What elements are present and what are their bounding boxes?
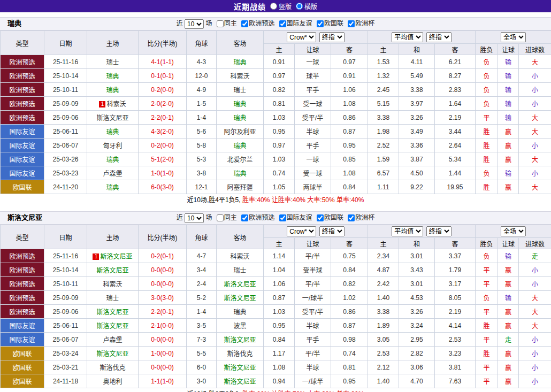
bookmaker-select[interactable]: Crow* xyxy=(287,32,316,42)
home-team-name: 瑞典 xyxy=(106,156,119,164)
match-row: 欧国联 24-11-20 瑞典 6-0(3-0) 12-1 阿塞拜疆 1.05 … xyxy=(1,180,551,194)
summary-record: 近10场,胜4平1负5, xyxy=(187,196,241,204)
avg-draw-odds: 3.01 xyxy=(399,277,435,291)
competition-toggle-friendly[interactable]: 国际友谊 xyxy=(277,20,312,27)
avg-away-odds: 3.81 xyxy=(435,360,476,374)
home-team-name: 斯洛文尼亚 xyxy=(96,114,128,122)
avg-home-odds: 2.45 xyxy=(368,83,399,97)
horizontal-radio[interactable] xyxy=(296,3,303,10)
same-home-toggle[interactable]: 同主 xyxy=(214,20,237,27)
full-match-select[interactable]: 全场 xyxy=(501,226,526,236)
average-select[interactable]: 平均值 xyxy=(392,32,423,42)
summary-line: 近10场,胜4平1负5, 胜率:40% 让胜率:40% 大率:50% 单率:40… xyxy=(0,194,551,206)
home-team-cell: 斯洛文尼亚 xyxy=(87,263,139,277)
eurocup-checkbox[interactable] xyxy=(348,214,355,221)
competition-type-badge: 国际友谊 xyxy=(1,319,44,333)
recent-count-select[interactable]: 10 xyxy=(185,19,204,29)
recent-label: 近 xyxy=(177,20,183,27)
competition-toggle-nations[interactable]: 欧国联 xyxy=(314,214,343,221)
col-away: 客场 xyxy=(217,31,264,55)
book-stage-select[interactable]: 终指 xyxy=(319,32,345,42)
match-date: 25-06-11 xyxy=(44,125,87,139)
result-goals: 小 xyxy=(519,333,551,347)
nations-checkbox[interactable] xyxy=(317,20,324,27)
result-goals: 小 xyxy=(519,83,551,97)
book-home-odds: 0.97 xyxy=(264,69,295,83)
competition-type-badge: 欧洲预选 xyxy=(1,97,44,111)
home-team-cell: 奥地利 xyxy=(87,374,139,388)
eurocup-checkbox[interactable] xyxy=(348,20,355,27)
away-team-cell: 斯洛文尼亚 xyxy=(217,360,264,374)
book-handicap-line: 一球 xyxy=(295,55,331,69)
friendly-label: 国际友谊 xyxy=(287,214,312,221)
result-handicap: 赢 xyxy=(498,277,519,291)
avg-home-odds: 1.98 xyxy=(368,125,399,139)
average-select[interactable]: 平均值 xyxy=(392,226,423,236)
recent-count-select[interactable]: 10 xyxy=(185,213,204,223)
bookmaker-select[interactable]: Crow* xyxy=(287,226,316,236)
home-team-name: 奥地利 xyxy=(103,378,122,386)
match-date: 24-11-18 xyxy=(44,374,87,388)
full-match-select[interactable]: 全场 xyxy=(501,32,526,42)
match-date: 25-06-07 xyxy=(44,139,87,152)
competition-toggle-nations[interactable]: 欧国联 xyxy=(314,20,343,27)
same-home-toggle[interactable]: 同主 xyxy=(214,214,237,221)
competition-type-badge: 欧洲预选 xyxy=(1,55,44,69)
eurocup-label: 欧洲杯 xyxy=(355,214,374,221)
result-outcome: 负 xyxy=(476,69,498,83)
avg-away-odds: 7.63 xyxy=(435,374,476,388)
result-outcome: 平 xyxy=(476,263,498,277)
corner-score: 2-4 xyxy=(187,277,217,291)
competition-toggle-euro-qual[interactable]: 欧洲预选 xyxy=(239,214,274,221)
same-home-checkbox[interactable] xyxy=(217,214,224,221)
match-date: 25-09-09 xyxy=(44,291,87,305)
euro-qual-checkbox[interactable] xyxy=(241,214,248,221)
same-home-checkbox[interactable] xyxy=(217,20,224,27)
result-goals: 小 xyxy=(519,97,551,111)
book-handicap-line: 一球 xyxy=(295,152,331,166)
competition-toggle-friendly[interactable]: 国际友谊 xyxy=(277,214,312,221)
away-team-cell: 瑞典 xyxy=(217,166,264,180)
layout-option-horizontal[interactable]: 横版 xyxy=(296,2,317,11)
euro-qual-label: 欧洲预选 xyxy=(249,214,274,221)
vertical-radio[interactable] xyxy=(270,3,277,10)
book-home-odds: 1.05 xyxy=(264,180,295,194)
competition-toggle-eurocup[interactable]: 欧洲杯 xyxy=(345,20,374,27)
nations-checkbox[interactable] xyxy=(317,214,324,221)
match-row: 欧洲预选 25-09-06 斯洛文尼亚 2-2(0-1) 1-4 瑞典 1.03… xyxy=(1,305,551,319)
red-card-badge: 1 xyxy=(93,253,99,260)
competition-toggle-eurocup[interactable]: 欧洲杯 xyxy=(345,214,374,221)
col-book-home: 主 xyxy=(264,238,295,249)
book-away-odds: 0.86 xyxy=(331,111,368,125)
summary-stats: 胜率:40% 让胜率:40% 大率:50% 单率:40% xyxy=(242,196,364,204)
book-home-odds: 1.08 xyxy=(264,360,295,374)
match-date: 25-10-11 xyxy=(44,83,87,97)
avg-away-odds: 6.21 xyxy=(435,55,476,69)
nations-label: 欧国联 xyxy=(324,20,343,27)
book-handicap-line: 受一球 xyxy=(295,166,331,180)
euro-qual-checkbox[interactable] xyxy=(241,20,248,27)
competition-toggle-euro-qual[interactable]: 欧洲预选 xyxy=(239,20,274,27)
result-handicap: 赢 xyxy=(498,152,519,166)
avg-stage-select[interactable]: 终指 xyxy=(426,32,451,42)
friendly-checkbox[interactable] xyxy=(279,214,286,221)
match-score: 6-0(3-0) xyxy=(139,180,187,194)
games-label: 场 xyxy=(205,214,212,221)
result-outcome: 胜 xyxy=(476,347,498,360)
nations-label: 欧国联 xyxy=(324,214,343,221)
result-goals: 大 xyxy=(519,111,551,125)
match-row: 国际友谊 25-06-11 斯洛文尼亚 2-1(0-0) 3-5 波黑 0.95… xyxy=(1,319,551,333)
result-goals: 小 xyxy=(519,263,551,277)
result-goals: 小 xyxy=(519,166,551,180)
avg-draw-odds: 2.95 xyxy=(399,333,435,347)
avg-stage-select[interactable]: 终指 xyxy=(426,226,451,236)
away-team-name: 斯洛文尼亚 xyxy=(224,364,256,372)
match-date: 24-11-20 xyxy=(44,180,87,194)
layout-option-vertical[interactable]: 竖版 xyxy=(270,2,292,11)
friendly-checkbox[interactable] xyxy=(279,20,286,27)
avg-draw-odds: 3.26 xyxy=(399,111,435,125)
corner-score: 6-0 xyxy=(187,360,217,374)
book-stage-select[interactable]: 终指 xyxy=(319,226,345,236)
away-team-cell: 斯洛伐克 xyxy=(217,347,264,360)
book-handicap-line: 半球 xyxy=(295,125,331,139)
